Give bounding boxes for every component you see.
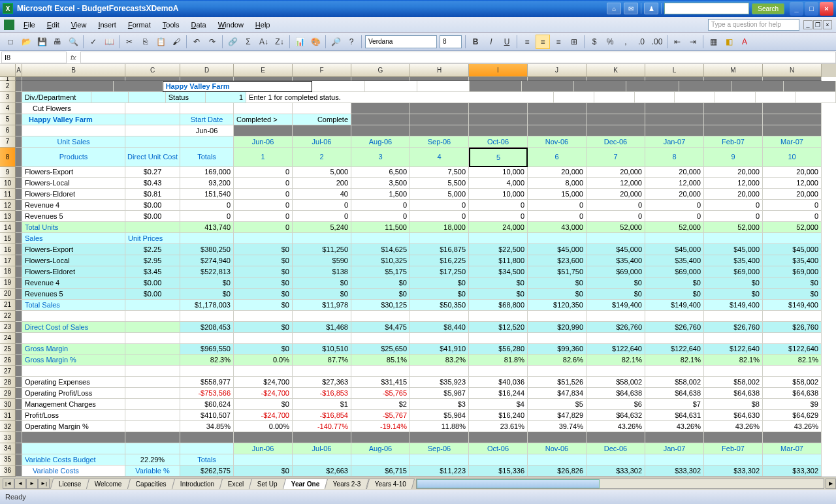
cell-A4[interactable] [16,103,22,114]
cell-F6[interactable] [293,125,351,136]
cell-I10[interactable]: 4,000 [469,178,528,189]
undo-icon[interactable]: ↶ [189,35,204,49]
align-center-icon[interactable]: ≡ [536,35,550,49]
cell-L22[interactable] [645,311,704,322]
sheet-tab-capacities[interactable]: Capacities [127,479,175,489]
cell-K21[interactable]: $149,400 [587,300,645,311]
cell-F24[interactable] [293,333,351,344]
cell-L17[interactable]: $35,400 [645,255,704,266]
row-header-34[interactable]: 34 [0,443,16,454]
cell-G19[interactable]: $0 [351,277,410,289]
cell-C6[interactable] [125,125,180,136]
cell-F32[interactable]: -140.77% [293,421,351,432]
cell-K33[interactable] [587,432,645,443]
cell-M17[interactable]: $35,400 [704,255,763,266]
cell-A31[interactable] [16,410,22,421]
cell-G32[interactable]: -19.14% [351,421,410,432]
cell-J23[interactable]: $20,990 [528,322,587,333]
paste-icon[interactable]: 📋 [153,35,168,49]
cell-I6[interactable] [469,125,528,136]
cell-E13[interactable]: 0 [234,211,293,222]
cell-F17[interactable]: $590 [293,255,351,266]
cell-K14[interactable]: 52,000 [587,222,645,233]
cell-A19[interactable] [16,277,22,289]
cell-M35[interactable] [704,454,763,465]
cell-F13[interactable]: 0 [293,211,351,222]
cell-E9[interactable]: 0 [234,167,293,178]
cell-C21[interactable] [125,300,180,311]
cell-K11[interactable]: 20,000 [587,189,645,200]
chart-icon[interactable]: 📊 [293,35,307,49]
cell-H33[interactable] [410,432,469,443]
cell-L26[interactable]: 82.1% [645,354,704,366]
cell-G5[interactable] [351,114,410,125]
cell-L3[interactable] [715,92,756,103]
cell-H19[interactable]: $0 [410,277,469,289]
cell-C8[interactable]: Direct Unit Cost [125,148,180,167]
cell-J32[interactable]: 39.74% [528,421,587,432]
cell-B4[interactable]: Cut Flowers [22,103,125,114]
cell-I25[interactable]: $56,280 [469,344,528,355]
cell-B26[interactable]: Gross Margin % [22,354,125,366]
cell-D28[interactable]: $558,977 [180,377,234,388]
row-header-5[interactable]: 5 [0,114,16,125]
minimize-button[interactable]: _ [790,2,803,16]
cell-B16[interactable]: Flowers-Export [22,244,125,255]
currency-icon[interactable]: $ [587,35,602,49]
cut-icon[interactable]: ✂ [122,35,137,49]
cell-L18[interactable]: $69,000 [645,266,704,277]
cell-D26[interactable]: 82.3% [180,354,234,366]
cell-F25[interactable]: $10,510 [293,344,351,355]
cell-M19[interactable]: $0 [704,277,763,289]
col-header-K[interactable]: K [587,64,645,77]
cell-G2[interactable] [470,81,522,92]
cell-K3[interactable] [675,92,715,103]
menu-data[interactable]: Data [185,19,211,31]
cell-K26[interactable]: 82.1% [587,354,645,366]
sheet-tab-year-one[interactable]: Year One [283,479,329,489]
cell-G3[interactable]: Enter 1 for completed status. [246,92,554,103]
tab-first-button[interactable]: |◄ [3,479,14,489]
cell-N26[interactable]: 82.1% [763,354,822,366]
italic-button[interactable]: I [484,35,498,49]
cell-N4[interactable] [763,103,822,114]
cell-A18[interactable] [16,266,22,277]
cell-F12[interactable]: 0 [293,200,351,211]
cell-B31[interactable]: Profit/Loss [22,410,125,421]
cell-J12[interactable]: 0 [528,200,587,211]
col-header-F[interactable]: F [293,64,351,77]
cell-A27[interactable] [16,366,22,377]
cell-B13[interactable]: Revenues 5 [22,211,125,222]
cell-I16[interactable]: $22,500 [469,244,528,255]
sum-icon[interactable]: Σ [241,35,255,49]
tab-last-button[interactable]: ►| [38,479,50,489]
cell-K27[interactable] [587,366,645,377]
cell-B7[interactable]: Unit Sales [22,136,125,148]
cell-L30[interactable]: $7 [645,399,704,410]
cell-H25[interactable]: $41,910 [410,344,469,355]
cell-I30[interactable]: $4 [469,399,528,410]
cell-I2[interactable] [574,81,626,92]
cell-B22[interactable] [22,311,125,322]
cell-C4[interactable] [125,103,180,114]
cell-H28[interactable]: $35,923 [410,377,469,388]
cell-E12[interactable]: 0 [234,200,293,211]
row-header-11[interactable]: 11 [0,189,16,200]
cell-E17[interactable]: $0 [234,255,293,266]
tab-next-button[interactable]: ► [26,479,38,489]
cell-A20[interactable] [16,289,22,300]
cell-M10[interactable]: 12,000 [704,178,763,189]
cell-J2[interactable] [626,81,679,92]
zoom-icon[interactable]: 🔎 [329,35,343,49]
cell-I36[interactable]: $15,336 [469,465,528,477]
cell-C12[interactable]: $0.00 [125,200,180,211]
sheet-tab-license[interactable]: License [50,479,90,489]
cell-D12[interactable]: 0 [180,200,234,211]
cell-I28[interactable]: $40,036 [469,377,528,388]
cell-G4[interactable] [351,103,410,114]
cell-C30[interactable] [125,399,180,410]
row-header-10[interactable]: 10 [0,178,16,189]
cell-D7[interactable] [180,136,234,148]
comma-icon[interactable]: , [619,35,633,49]
cell-A29[interactable] [16,388,22,399]
